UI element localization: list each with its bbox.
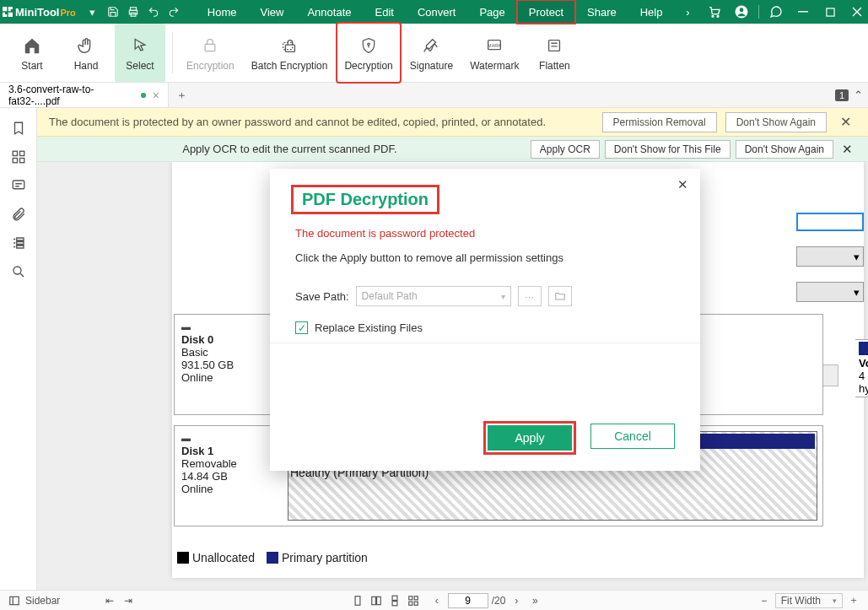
cart-icon[interactable] xyxy=(701,0,728,24)
comments-icon[interactable] xyxy=(10,177,27,194)
tool-select[interactable]: Select xyxy=(115,24,165,82)
dialog-title: PDF Decryption xyxy=(302,190,429,209)
tool-flatten-label: Flatten xyxy=(539,60,570,72)
separator xyxy=(758,5,759,19)
tab-close-icon[interactable]: × xyxy=(153,89,159,102)
tab-add-button[interactable]: ＋ xyxy=(169,83,194,107)
svg-rect-15 xyxy=(549,40,560,51)
fit-mode-select[interactable]: Fit Width xyxy=(775,593,843,608)
menu-convert[interactable]: Convert xyxy=(406,0,468,24)
feedback-icon[interactable] xyxy=(763,0,790,24)
two-page-icon[interactable] xyxy=(369,593,384,608)
grid-icon[interactable] xyxy=(406,593,421,608)
menu-edit[interactable]: Edit xyxy=(364,0,406,24)
menu-overflow-icon[interactable]: › xyxy=(674,0,701,24)
print-icon[interactable] xyxy=(127,5,140,19)
bookmark-icon[interactable] xyxy=(10,120,27,137)
thumbnails-icon[interactable] xyxy=(10,148,27,165)
volf-title: Volume (F:) xyxy=(859,357,868,370)
tool-flatten[interactable]: Flatten xyxy=(529,24,580,82)
svg-rect-29 xyxy=(414,596,418,599)
window-maximize[interactable] xyxy=(817,0,844,24)
dialog-title-highlight: PDF Decryption xyxy=(294,187,437,212)
last-page-icon[interactable]: ⇥ xyxy=(121,593,136,608)
titlebar-right: › xyxy=(674,0,868,24)
window-minimize[interactable] xyxy=(790,0,817,24)
left-sidebar xyxy=(0,108,37,590)
quick-access-toolbar: ▾ xyxy=(79,5,187,19)
user-icon[interactable] xyxy=(728,0,755,24)
fit-label: Fit Width xyxy=(781,595,821,607)
batch-lock-icon xyxy=(280,35,299,57)
menu-annotate[interactable]: Annotate xyxy=(295,0,363,24)
redo-icon[interactable] xyxy=(167,5,181,19)
last-icon[interactable]: » xyxy=(527,593,542,608)
menu-view[interactable]: View xyxy=(249,0,296,24)
tab-count-badge[interactable]: 1 xyxy=(835,89,849,101)
disk0-info: ▬ Disk 0 Basic 931.50 GB Online xyxy=(175,315,283,414)
ocr-dont-show-file-button[interactable]: Don't Show for This File xyxy=(605,140,731,159)
form-icon[interactable] xyxy=(10,235,27,251)
tool-start[interactable]: Start xyxy=(7,24,57,82)
tool-decryption-label: Decryption xyxy=(344,60,392,72)
apply-button[interactable]: Apply xyxy=(488,425,572,451)
menu-share[interactable]: Share xyxy=(575,0,628,24)
menu-page[interactable]: Page xyxy=(467,0,516,24)
svg-point-4 xyxy=(717,15,719,17)
page-input[interactable] xyxy=(448,593,488,608)
tool-hand[interactable]: Hand xyxy=(61,24,111,82)
tab-title: 3.6-convert-raw-to-fat32-....pdf xyxy=(8,84,134,107)
titlebar: MiniToolPro ▾ Home View Annotate Edit Co… xyxy=(0,0,868,24)
first-page-icon[interactable]: ⇤ xyxy=(102,593,117,608)
menu-home[interactable]: Home xyxy=(196,0,249,24)
save-path-select[interactable]: Default Path xyxy=(356,286,511,306)
permission-removal-button[interactable]: Permission Removal xyxy=(602,112,717,132)
apply-ocr-button[interactable]: Apply OCR xyxy=(531,140,600,159)
undo-icon[interactable] xyxy=(147,5,160,19)
hand-icon xyxy=(77,35,95,57)
tool-encryption[interactable]: Encryption xyxy=(180,24,241,82)
svg-rect-23 xyxy=(355,596,360,605)
save-icon[interactable] xyxy=(106,5,120,19)
prev-page-icon[interactable]: ‹ xyxy=(429,593,445,608)
tool-signature-label: Signature xyxy=(410,60,453,72)
cancel-button[interactable]: Cancel xyxy=(590,424,675,449)
more-button[interactable]: ··· xyxy=(518,286,542,306)
sidebar-toggle[interactable]: Sidebar xyxy=(7,593,60,608)
tab-collapse-icon[interactable]: ⌃ xyxy=(854,89,863,101)
flatten-icon xyxy=(545,35,563,57)
menu-protect[interactable]: Protect xyxy=(517,0,575,24)
single-page-icon[interactable] xyxy=(350,593,365,608)
replace-label: Replace Existing Files xyxy=(315,321,423,334)
tool-decryption[interactable]: Decryption xyxy=(337,24,399,82)
ocr-dont-show-again-button[interactable]: Don't Show Again xyxy=(736,140,833,159)
next-page-icon[interactable]: › xyxy=(509,593,524,608)
dont-show-again-button[interactable]: Don't Show Again xyxy=(725,112,827,132)
qat-dropdown-icon[interactable]: ▾ xyxy=(86,5,100,19)
disk0-status: Online xyxy=(181,371,213,384)
tool-batch-encryption[interactable]: Batch Encryption xyxy=(245,24,335,82)
browse-folder-button[interactable] xyxy=(548,286,572,306)
svg-rect-19 xyxy=(19,159,24,163)
banner-close-icon[interactable]: ✕ xyxy=(835,114,856,130)
continuous-icon[interactable] xyxy=(387,593,402,608)
ocr-close-icon[interactable]: ✕ xyxy=(838,142,856,157)
dialog-close-icon[interactable]: ✕ xyxy=(677,177,688,192)
volf-l3: hy (Basic Dat xyxy=(859,382,868,395)
replace-checkbox[interactable]: ✓ xyxy=(295,321,308,334)
search-icon[interactable] xyxy=(10,263,27,280)
svg-rect-25 xyxy=(376,597,380,604)
document-tab[interactable]: 3.6-convert-raw-to-fat32-....pdf × xyxy=(0,83,169,107)
dialog-actions: Apply Cancel xyxy=(486,424,675,452)
lock-icon xyxy=(202,35,218,57)
tool-watermark[interactable]: MARK Watermark xyxy=(463,24,526,82)
attachment-icon[interactable] xyxy=(10,206,27,223)
tool-signature[interactable]: Signature xyxy=(403,24,460,82)
zoom-in-icon[interactable]: ＋ xyxy=(846,593,861,608)
zoom-out-icon[interactable]: − xyxy=(757,593,772,608)
svg-rect-31 xyxy=(414,602,418,605)
menu-help[interactable]: Help xyxy=(628,0,675,24)
replace-files-row[interactable]: ✓ Replace Existing Files xyxy=(270,310,700,343)
signature-icon xyxy=(422,35,440,57)
window-close[interactable] xyxy=(844,0,868,24)
